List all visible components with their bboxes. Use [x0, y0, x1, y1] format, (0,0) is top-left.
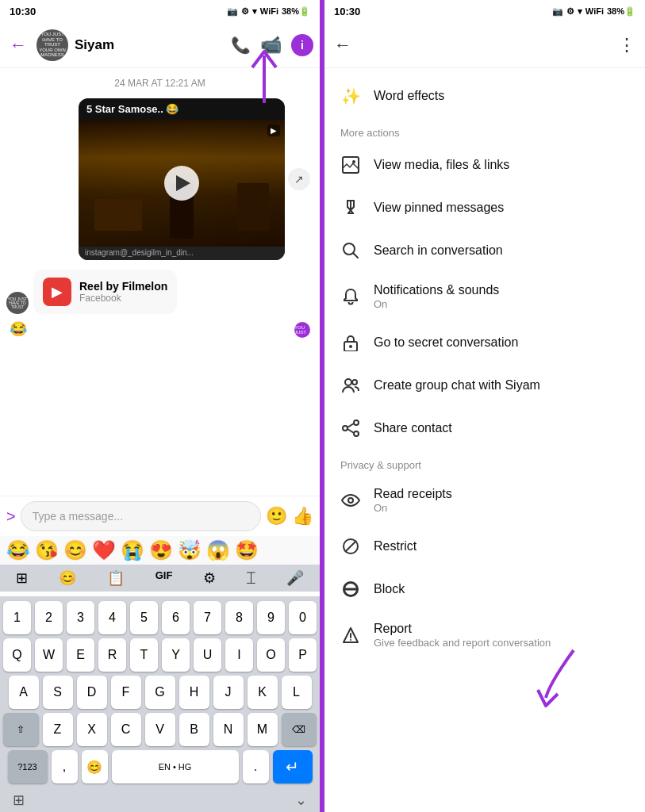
emoji-star[interactable]: 🤩: [235, 539, 259, 561]
key-a[interactable]: A: [9, 676, 39, 709]
key-e[interactable]: E: [67, 638, 94, 672]
like-button[interactable]: 👍: [292, 506, 313, 527]
key-9[interactable]: 9: [257, 601, 285, 634]
share-button[interactable]: ↗: [288, 168, 310, 190]
kb-gif-button[interactable]: GIF: [151, 566, 178, 590]
menu-item-view-media[interactable]: View media, files & links: [324, 144, 645, 186]
emoji-mind-blown[interactable]: 🤯: [178, 539, 202, 561]
kb-cursor-button[interactable]: ⌶: [242, 566, 260, 590]
key-f[interactable]: F: [111, 676, 141, 709]
key-j[interactable]: J: [213, 676, 244, 709]
key-1[interactable]: 1: [3, 601, 31, 634]
key-4[interactable]: 4: [98, 601, 126, 634]
expand-button[interactable]: >: [6, 508, 16, 526]
key-z[interactable]: Z: [43, 713, 73, 746]
menu-item-block[interactable]: Block: [324, 568, 645, 611]
key-t[interactable]: T: [130, 638, 158, 672]
kb-clipboard-button[interactable]: 📋: [102, 566, 129, 590]
video-corner-icon: ▶: [267, 124, 280, 136]
group-title: Create group chat with Siyam: [374, 378, 540, 393]
report-title: Report: [374, 622, 551, 636]
symbols-key[interactable]: ?123: [8, 750, 48, 783]
call-button[interactable]: 📞: [231, 36, 251, 55]
menu-item-pinned[interactable]: View pinned messages: [324, 186, 645, 229]
emoji-reaction[interactable]: 😂: [10, 320, 27, 338]
key-b[interactable]: B: [179, 713, 209, 746]
key-g[interactable]: G: [145, 676, 175, 709]
comma-key[interactable]: ,: [52, 750, 78, 783]
view-media-text: View media, files & links: [374, 158, 509, 172]
media-icon: [340, 155, 361, 175]
menu-item-notifications[interactable]: Notifications & sounds On: [324, 272, 645, 321]
key-u[interactable]: U: [194, 638, 221, 672]
emoji-laughing[interactable]: 😂: [6, 539, 30, 561]
space-key[interactable]: EN • HG: [112, 750, 239, 783]
key-n[interactable]: N: [213, 713, 244, 746]
smiley-button[interactable]: 🙂: [266, 506, 287, 527]
avatar[interactable]: YOU JUST HAVE TO TRUST YOUR OWN MADNESS: [36, 29, 68, 61]
info-button[interactable]: i: [291, 34, 313, 56]
emoji-heart[interactable]: ❤️: [92, 539, 116, 561]
key-c[interactable]: C: [111, 713, 141, 746]
key-r[interactable]: R: [98, 638, 126, 672]
link-favicon: ▶: [43, 278, 71, 306]
key-l[interactable]: L: [282, 676, 312, 709]
menu-item-share[interactable]: Share contact: [324, 407, 645, 450]
menu-item-read-receipts[interactable]: Read receipts On: [324, 476, 645, 525]
key-m[interactable]: M: [248, 713, 278, 746]
kb-mic-button[interactable]: 🎤: [282, 566, 309, 590]
key-q[interactable]: Q: [3, 638, 31, 672]
video-call-button[interactable]: 📹: [260, 35, 282, 56]
menu-item-report[interactable]: Report Give feedback and report conversa…: [324, 611, 645, 660]
key-x[interactable]: X: [77, 713, 107, 746]
kb-grid-button[interactable]: ⊞: [11, 566, 33, 590]
backspace-key[interactable]: ⌫: [282, 713, 317, 746]
kb-emoji-button[interactable]: 😊: [54, 566, 81, 590]
emoji-key[interactable]: 😊: [82, 750, 108, 783]
key-3[interactable]: 3: [67, 601, 94, 634]
back-button[interactable]: ←: [6, 32, 30, 59]
more-options-button[interactable]: ⋮: [618, 35, 635, 56]
key-s[interactable]: S: [43, 676, 73, 709]
emoji-hearts[interactable]: 😍: [149, 539, 173, 561]
key-6[interactable]: 6: [162, 601, 190, 634]
key-h[interactable]: H: [179, 676, 209, 709]
back-button-right[interactable]: ←: [334, 35, 351, 56]
link-preview[interactable]: ▶ Reel by Filmelon Facebook: [33, 270, 177, 314]
menu-item-group[interactable]: Create group chat with Siyam: [324, 364, 645, 407]
key-7[interactable]: 7: [194, 601, 221, 634]
emoji-cry[interactable]: 😭: [121, 539, 144, 561]
key-8[interactable]: 8: [225, 601, 253, 634]
nav-chevron-icon[interactable]: ⌄: [295, 791, 307, 809]
key-v[interactable]: V: [145, 713, 175, 746]
key-p[interactable]: P: [289, 638, 317, 672]
kb-settings-button[interactable]: ⚙: [198, 566, 221, 590]
key-y[interactable]: Y: [162, 638, 190, 672]
pinned-title: View pinned messages: [374, 201, 504, 215]
key-5[interactable]: 5: [130, 601, 158, 634]
key-w[interactable]: W: [35, 638, 63, 672]
nav-keyboard-icon[interactable]: ⊞: [13, 791, 25, 809]
key-i[interactable]: I: [225, 638, 253, 672]
video-card[interactable]: 5 Star Samose.. 😂 ▶ instagram@_desigilm_…: [79, 98, 285, 260]
emoji-shocked[interactable]: 😱: [206, 539, 230, 561]
message-input[interactable]: Type a message...: [21, 501, 261, 531]
key-k[interactable]: K: [248, 676, 278, 709]
menu-item-search[interactable]: Search in conversation: [324, 229, 645, 272]
play-button[interactable]: [164, 166, 199, 201]
shift-key[interactable]: ⇧: [3, 713, 39, 746]
menu-item-secret[interactable]: Go to secret conversation: [324, 321, 645, 364]
key-d[interactable]: D: [77, 676, 107, 709]
enter-key[interactable]: ↵: [273, 750, 313, 783]
menu-item-word-effects[interactable]: ✨ Word effects: [324, 75, 645, 117]
key-0[interactable]: 0: [289, 601, 317, 634]
period-key[interactable]: .: [243, 750, 269, 783]
menu-item-restrict[interactable]: Restrict: [324, 525, 645, 568]
section-more-actions: More actions: [324, 117, 645, 144]
view-media-title: View media, files & links: [374, 158, 509, 172]
key-2[interactable]: 2: [35, 601, 63, 634]
key-o[interactable]: O: [257, 638, 285, 672]
emoji-kiss[interactable]: 😘: [35, 539, 59, 561]
emoji-smile[interactable]: 😊: [63, 539, 87, 561]
svg-point-1: [352, 160, 355, 163]
